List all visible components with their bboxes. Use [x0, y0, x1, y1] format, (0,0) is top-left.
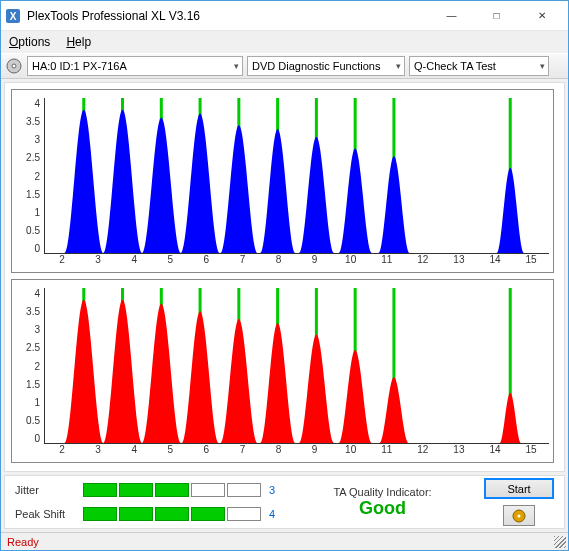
- chart-bottom-plot: [44, 288, 549, 444]
- disc-small-icon: [511, 508, 527, 524]
- chart-bottom: 43.532.521.510.50 23456789101112131415: [11, 279, 554, 463]
- jitter-bar: [83, 483, 261, 497]
- disc-icon: [5, 57, 23, 75]
- statusbar: Ready: [1, 532, 568, 550]
- window-buttons: — □ ✕: [429, 2, 564, 30]
- ta-value: Good: [291, 498, 474, 519]
- menubar: Options Help: [1, 31, 568, 53]
- peakshift-label: Peak Shift: [15, 508, 75, 520]
- chart-bottom-xaxis: 23456789101112131415: [44, 444, 549, 460]
- jitter-value: 3: [269, 484, 281, 496]
- close-button[interactable]: ✕: [519, 2, 564, 30]
- device-combo-value: HA:0 ID:1 PX-716A: [32, 60, 127, 72]
- chart-top-yaxis: 43.532.521.510.50: [16, 98, 44, 254]
- chart-top-plot: [44, 98, 549, 254]
- resize-grip[interactable]: [554, 536, 566, 548]
- svg-point-3: [12, 64, 16, 68]
- peakshift-bar: [83, 507, 261, 521]
- peakshift-value: 4: [269, 508, 281, 520]
- jitter-label: Jitter: [15, 484, 75, 496]
- test-combo-value: Q-Check TA Test: [414, 60, 496, 72]
- start-button[interactable]: Start: [484, 478, 554, 499]
- menu-help[interactable]: Help: [66, 35, 91, 49]
- status-text: Ready: [7, 536, 39, 548]
- chart-top: 43.532.521.510.50 23456789101112131415: [11, 89, 554, 273]
- category-combo[interactable]: DVD Diagnostic Functions: [247, 56, 405, 76]
- ta-label: TA Quality Indicator:: [291, 486, 474, 498]
- menu-options[interactable]: Options: [9, 35, 50, 49]
- svg-point-25: [518, 514, 521, 517]
- chart-top-xaxis: 23456789101112131415: [44, 254, 549, 270]
- titlebar: X PlexTools Professional XL V3.16 — □ ✕: [1, 1, 568, 31]
- chart-area: 43.532.521.510.50 23456789101112131415 4…: [4, 82, 565, 472]
- device-combo[interactable]: HA:0 ID:1 PX-716A: [27, 56, 243, 76]
- maximize-button[interactable]: □: [474, 2, 519, 30]
- window-title: PlexTools Professional XL V3.16: [27, 9, 429, 23]
- svg-text:X: X: [10, 11, 17, 22]
- disc-info-button[interactable]: [503, 505, 535, 526]
- app-icon: X: [5, 8, 21, 24]
- toolbar: HA:0 ID:1 PX-716A DVD Diagnostic Functio…: [1, 53, 568, 79]
- metrics-panel: Jitter 3 Peak Shift 4 TA Quality Indicat…: [4, 475, 565, 529]
- chart-bottom-yaxis: 43.532.521.510.50: [16, 288, 44, 444]
- category-combo-value: DVD Diagnostic Functions: [252, 60, 380, 72]
- test-combo[interactable]: Q-Check TA Test: [409, 56, 549, 76]
- minimize-button[interactable]: —: [429, 2, 474, 30]
